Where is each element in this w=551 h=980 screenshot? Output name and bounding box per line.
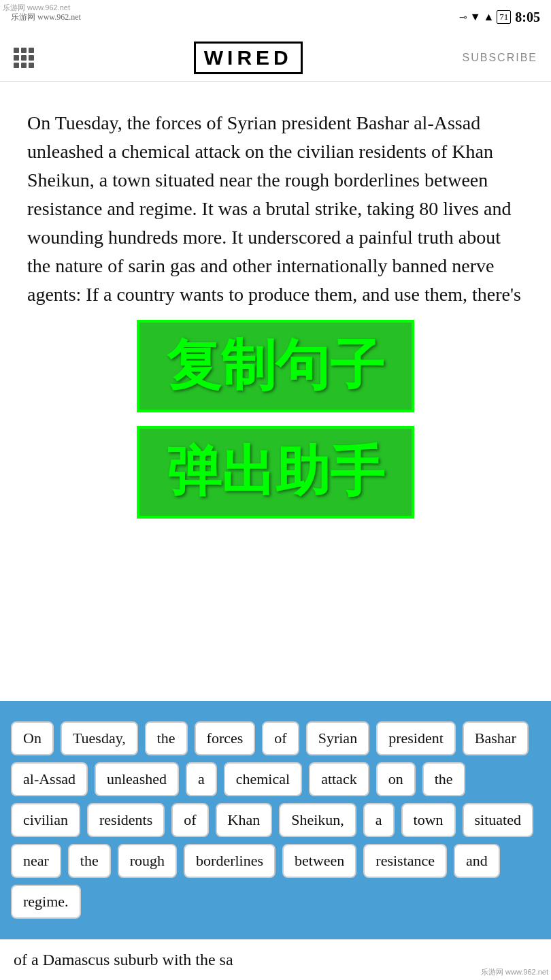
word-token[interactable]: a xyxy=(363,803,395,837)
word-token[interactable]: Bashar xyxy=(463,721,529,755)
grid-menu-icon[interactable] xyxy=(14,48,34,68)
status-bar-left: 乐游网 www.962.net xyxy=(11,12,81,23)
bottom-bar: of a Damascus suburb with the sa xyxy=(0,939,551,980)
site-label: 乐游网 www.962.net xyxy=(11,12,81,23)
word-token[interactable]: Khan xyxy=(216,803,273,837)
battery-level: 71 xyxy=(499,12,508,22)
clock: 8:05 xyxy=(515,10,540,25)
watermark-top-left: 乐游网 www.962.net xyxy=(3,3,70,13)
article-body: On Tuesday, the forces of Syrian preside… xyxy=(0,82,551,323)
word-token[interactable]: unleashed xyxy=(95,762,179,796)
word-token[interactable]: rough xyxy=(118,844,177,878)
status-bar: 乐游网 www.962.net ⊸ ▼ ▲ 71 8:05 xyxy=(0,0,551,34)
popup-assistant-btn[interactable]: 弹出助手 xyxy=(137,426,414,519)
word-token[interactable]: near xyxy=(11,844,61,878)
signal-icon: ▲ xyxy=(483,11,494,23)
word-token[interactable]: the xyxy=(145,721,188,755)
word-token[interactable]: a xyxy=(186,762,217,796)
word-token[interactable]: situated xyxy=(463,803,533,837)
word-token[interactable]: of xyxy=(171,803,208,837)
battery-icon: 71 xyxy=(497,10,511,24)
word-token[interactable]: forces xyxy=(195,721,256,755)
word-token[interactable]: civilian xyxy=(11,803,80,837)
word-token[interactable]: On xyxy=(11,721,54,755)
word-token[interactable]: chemical xyxy=(224,762,302,796)
word-token[interactable]: Sheikun, xyxy=(279,803,356,837)
word-token[interactable]: president xyxy=(376,721,456,755)
word-token[interactable]: the xyxy=(422,762,465,796)
word-token[interactable]: borderlines xyxy=(184,844,276,878)
wifi-icon: ▼ xyxy=(470,11,481,23)
word-token[interactable]: attack xyxy=(309,762,369,796)
word-token[interactable]: between xyxy=(282,844,356,878)
word-token[interactable]: al-Assad xyxy=(11,762,88,796)
article-text: On Tuesday, the forces of Syrian preside… xyxy=(27,109,524,309)
nav-bar: WIRED SUBSCRIBE xyxy=(0,34,551,82)
bottom-bar-text: of a Damascus suburb with the sa xyxy=(14,951,233,969)
wired-logo[interactable]: WIRED xyxy=(194,42,303,74)
word-token[interactable]: regime. xyxy=(11,885,81,919)
word-token[interactable]: of xyxy=(262,721,299,755)
status-bar-right: ⊸ ▼ ▲ 71 8:05 xyxy=(459,10,540,25)
word-token-panel: OnTuesday,theforcesofSyrianpresidentBash… xyxy=(0,701,551,939)
watermark-bottom-right: 乐游网 www.962.net xyxy=(481,967,548,977)
overlay-buttons: 复制句子 弹出助手 xyxy=(0,313,551,525)
word-token[interactable]: Syrian xyxy=(306,721,369,755)
word-token-list: OnTuesday,theforcesofSyrianpresidentBash… xyxy=(11,715,540,926)
word-token[interactable]: Tuesday, xyxy=(61,721,138,755)
status-icons: ⊸ ▼ ▲ 71 xyxy=(459,10,512,24)
subscribe-button[interactable]: SUBSCRIBE xyxy=(463,52,537,64)
word-token[interactable]: on xyxy=(376,762,416,796)
key-icon: ⊸ xyxy=(459,12,467,23)
word-token[interactable]: resistance xyxy=(363,844,447,878)
word-token[interactable]: residents xyxy=(87,803,165,837)
word-token[interactable]: and xyxy=(454,844,500,878)
word-token[interactable]: the xyxy=(68,844,111,878)
copy-sentence-btn[interactable]: 复制句子 xyxy=(137,320,414,412)
word-token[interactable]: town xyxy=(401,803,456,837)
